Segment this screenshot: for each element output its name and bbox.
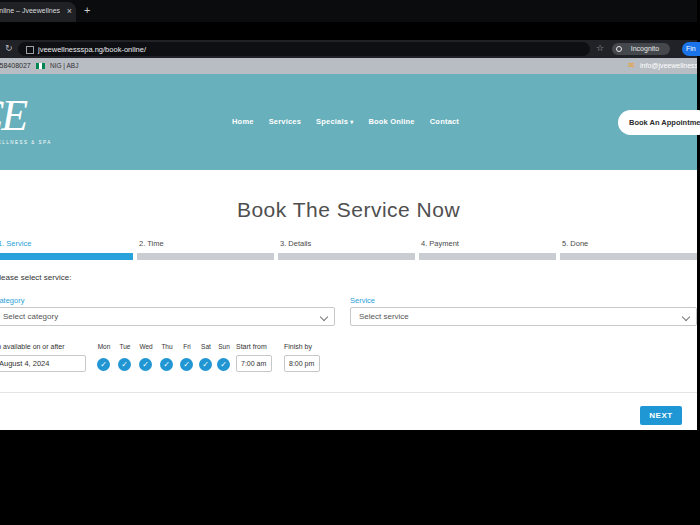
new-tab-button[interactable]: + (84, 4, 90, 16)
nigeria-flag-icon (36, 63, 45, 69)
logo[interactable]: CE WELLNESS & SPA (0, 94, 52, 145)
step-done-progress-bar (560, 253, 697, 260)
nav-item-home[interactable]: Home (232, 117, 254, 126)
section-divider (0, 392, 697, 393)
tab-close-icon[interactable]: × (67, 6, 72, 16)
step-service-label[interactable]: 1. Service (0, 239, 31, 248)
screenshot-stage: Book Online – Jveewellness Spa × + ↻ jve… (0, 0, 700, 525)
nav-item-book-online[interactable]: Book Online (368, 117, 414, 126)
day-label-thu: Thu (157, 343, 177, 350)
email-link[interactable]: info@jveewellnessspa.ng (640, 62, 697, 69)
browser-tabstrip: Book Online – Jveewellness Spa × + (0, 0, 697, 22)
refresh-icon[interactable]: ↻ (5, 43, 13, 53)
day-label-wed: Wed (136, 343, 156, 350)
chevron-down-icon (682, 313, 690, 321)
profile-chip[interactable]: Fin (682, 42, 700, 56)
step-details-label[interactable]: 3. Details (280, 239, 311, 248)
book-appointment-button[interactable]: Book An Appointment (618, 110, 700, 135)
nav-menu: Home Services Specials▾ Book Online Cont… (232, 117, 459, 126)
category-select-value: Select category (3, 312, 58, 321)
site-topbar: +2348058408027 NIG | ABJ ✉ info@jveewell… (0, 58, 697, 74)
browser-tab[interactable]: Book Online – Jveewellness Spa × (0, 2, 76, 22)
step-details-progress-bar (278, 253, 415, 260)
day-checkbox-tue[interactable]: ✓ (118, 358, 131, 371)
chevron-down-icon: ▾ (350, 119, 353, 125)
date-input[interactable]: August 4, 2024 (0, 355, 86, 372)
service-label: Service (350, 296, 375, 305)
finish-time-input[interactable]: 8:00 pm (284, 355, 320, 372)
incognito-icon (616, 46, 622, 52)
page-title: Book The Service Now (0, 198, 697, 222)
day-checkbox-fri[interactable]: ✓ (180, 358, 193, 371)
step-time-label[interactable]: 2. Time (139, 239, 164, 248)
tab-title: Book Online – Jveewellness Spa (0, 7, 60, 14)
step-service-progress-bar (0, 253, 133, 260)
chevron-down-icon (320, 313, 328, 321)
next-button[interactable]: NEXT (640, 406, 682, 425)
step-done-label[interactable]: 5. Done (562, 239, 588, 248)
incognito-badge: Incognito (612, 43, 670, 55)
day-label-tue: Tue (115, 343, 135, 350)
service-select[interactable]: Select service (350, 307, 697, 326)
category-select[interactable]: Select category (0, 307, 335, 326)
phone-number: +2348058408027 (0, 62, 31, 69)
url-text: jveewellnessspa.ng/book-online/ (38, 45, 146, 54)
day-checkbox-sun[interactable]: ✓ (217, 358, 230, 371)
location-text: NIG | ABJ (50, 62, 78, 69)
day-checkbox-mon[interactable]: ✓ (97, 358, 110, 371)
logo-subtext: WELLNESS & SPA (0, 140, 52, 145)
day-label-sun: Sun (214, 343, 234, 350)
nav-item-services[interactable]: Services (269, 117, 301, 126)
day-label-fri: Fri (177, 343, 197, 350)
incognito-label: Incognito (623, 45, 659, 52)
site-info-icon[interactable] (26, 46, 34, 54)
site-navbar: CE WELLNESS & SPA Home Services Specials… (0, 74, 697, 170)
browser-toolbar: ↻ jveewellnessspa.ng/book-online/ ☆ Inco… (0, 40, 697, 58)
step-payment-label[interactable]: 4. Payment (421, 239, 459, 248)
nav-item-contact[interactable]: Contact (430, 117, 459, 126)
start-time-input[interactable]: 7:00 am (236, 355, 272, 372)
bookmark-star-icon[interactable]: ☆ (596, 43, 604, 53)
step-payment-progress-bar (419, 253, 556, 260)
main-content: Book The Service Now 1. Service 2. Time … (0, 170, 697, 430)
nav-item-specials[interactable]: Specials▾ (316, 117, 353, 126)
category-label: Category (0, 296, 24, 305)
email-icon: ✉ (628, 61, 635, 70)
logo-monogram: CE (0, 94, 52, 138)
day-label-sat: Sat (196, 343, 216, 350)
day-checkbox-sat[interactable]: ✓ (199, 358, 212, 371)
step-time-progress-bar (137, 253, 274, 260)
start-from-label: Start from (236, 343, 267, 350)
day-label-mon: Mon (94, 343, 114, 350)
select-service-prompt: Please select service: (0, 273, 71, 282)
availability-label: I'm available on or after (0, 343, 65, 350)
day-checkbox-thu[interactable]: ✓ (160, 358, 173, 371)
finish-by-label: Finish by (284, 343, 312, 350)
address-bar[interactable]: jveewellnessspa.ng/book-online/ (18, 42, 590, 56)
service-select-value: Select service (359, 312, 409, 321)
day-checkbox-wed[interactable]: ✓ (139, 358, 152, 371)
